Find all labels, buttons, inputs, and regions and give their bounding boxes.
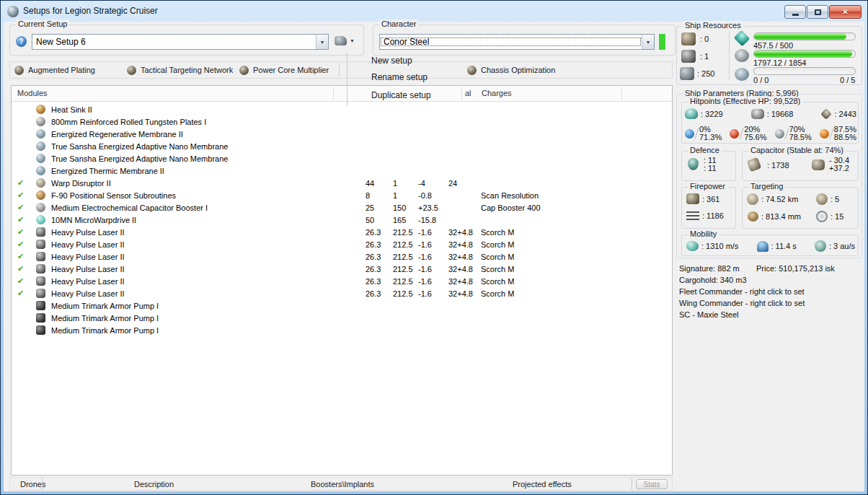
module-name: Heavy Pulse Laser II bbox=[48, 277, 366, 286]
module-name: Medium Electrochemical Capacitor Booster… bbox=[48, 203, 366, 212]
membrane-icon bbox=[36, 154, 45, 163]
module-row[interactable]: Energized Regenerative Membrane II bbox=[12, 128, 672, 140]
capacitor-group: Capacitor (Stable at: 74%) : 1738 - 30.4… bbox=[742, 151, 859, 181]
max-targets-value: : 5 bbox=[831, 195, 839, 203]
character-combobox[interactable]: Conor Steel ▼ bbox=[379, 34, 655, 50]
menu-item-new-setup[interactable]: New setup bbox=[371, 56, 412, 66]
module-row[interactable]: ✔Heavy Pulse Laser II26.3212.5-1.632+4.8… bbox=[12, 250, 672, 263]
module-name: F-90 Positional Sensor Subroutines bbox=[48, 191, 366, 200]
module-name: Heavy Pulse Laser II bbox=[48, 265, 366, 273]
module-active-check-icon: ✔ bbox=[17, 215, 36, 224]
module-row[interactable]: 800mm Reinforced Rolled Tungsten Plates … bbox=[12, 115, 672, 128]
setup-tools-button[interactable]: ▼ bbox=[335, 36, 355, 45]
subsystem-toolbar: Augmented Plating Tactical Targeting Net… bbox=[9, 61, 673, 79]
module-row[interactable]: Medium Trimark Armor Pump I bbox=[12, 299, 672, 312]
module-row[interactable]: ✔10MN MicroWarpdrive II50165-15.8 bbox=[12, 214, 672, 226]
sensor-strength-value: : 15 bbox=[831, 212, 843, 221]
stats-button[interactable]: Stats bbox=[636, 479, 668, 489]
module-name: Heavy Pulse Laser II bbox=[48, 228, 366, 237]
hitpoints-title: Hitpoints (Effective HP: 99,528) bbox=[688, 97, 802, 105]
subsystem-label: Power Core Multiplier bbox=[253, 66, 329, 74]
module-row[interactable]: ✔Heavy Pulse Laser II26.3212.5-1.632+4.8… bbox=[12, 287, 672, 299]
price-text: Price: 510,175,213 isk bbox=[756, 264, 835, 273]
subsystem-item-electronics[interactable]: Tactical Targeting Network bbox=[127, 62, 233, 78]
help-icon[interactable]: ? bbox=[16, 36, 27, 47]
module-row[interactable]: Heat Sink II bbox=[12, 103, 672, 115]
module-row[interactable]: ✔Heavy Pulse Laser II26.3212.5-1.632+4.8… bbox=[12, 275, 672, 287]
subsystem-item-offensive[interactable]: Chassis Optimization bbox=[467, 62, 555, 78]
menu-item-duplicate-setup[interactable]: Duplicate setup bbox=[371, 90, 431, 100]
wing-commander-text[interactable]: Wing Commander - right click to set bbox=[679, 299, 805, 307]
calibration-icon bbox=[680, 67, 694, 80]
shield-hp-value: : 3229 bbox=[701, 110, 723, 118]
shield-hp-icon bbox=[685, 108, 698, 119]
volley-icon bbox=[686, 211, 699, 221]
align-time-value: : 11.4 s bbox=[771, 242, 797, 250]
pulse-laser-icon bbox=[36, 227, 45, 237]
module-charge: Scorch M bbox=[481, 277, 672, 286]
module-row[interactable]: Medium Trimark Armor Pump I bbox=[12, 312, 672, 324]
module-row[interactable]: Medium Trimark Armor Pump I bbox=[12, 324, 672, 336]
warp-speed-value: : 3 au/s bbox=[829, 242, 855, 250]
module-pg-value: 212.5 bbox=[393, 253, 418, 261]
minimize-button[interactable] bbox=[784, 5, 806, 19]
powergrid-value: 1797.12 / 1854 bbox=[753, 58, 806, 67]
drone-bandwidth-value: 0 / 5 bbox=[840, 76, 855, 84]
module-cap-value: -1.6 bbox=[418, 240, 448, 249]
resist-divider bbox=[740, 128, 744, 139]
module-row[interactable]: ✔Warp Disruptor II441-424 bbox=[12, 177, 672, 189]
chevron-down-icon[interactable]: ▼ bbox=[316, 35, 328, 49]
module-row[interactable]: True Sansha Energized Adaptive Nano Memb… bbox=[12, 140, 672, 152]
tab-projected-effects[interactable]: Projected effects bbox=[513, 480, 572, 489]
charges-column-header: Charges bbox=[482, 89, 512, 97]
close-icon: ✕ bbox=[842, 8, 848, 16]
subsystem-item-defensive[interactable]: Augmented Plating bbox=[14, 62, 95, 78]
module-range-value: 32+4.8 bbox=[448, 228, 481, 237]
structure-hp-value: : 2443 bbox=[834, 110, 856, 118]
pulse-laser-icon bbox=[36, 289, 45, 298]
titlebar[interactable]: Setups for Legion Strategic Cruiser ✕ bbox=[1, 1, 867, 22]
dronebay-value: 0 / 0 bbox=[753, 76, 769, 84]
membrane-icon bbox=[36, 166, 45, 175]
mobility-group: Mobility : 1310 m/s : 11.4 s : 3 au/s bbox=[681, 235, 859, 256]
current-setup-combobox[interactable]: New Setup 6 ▼ bbox=[32, 34, 329, 50]
module-row[interactable]: ✔Heavy Pulse Laser II26.3212.5-1.632+4.8… bbox=[12, 238, 672, 250]
squad-commander-text[interactable]: SC - Maxie Steel bbox=[679, 310, 739, 319]
module-name: Heavy Pulse Laser II bbox=[48, 289, 366, 298]
membrane-icon bbox=[36, 141, 45, 151]
module-row[interactable]: Energized Thermic Membrane II bbox=[12, 165, 672, 177]
sensor-strength-icon bbox=[816, 211, 828, 222]
module-cap-value: -0.8 bbox=[418, 191, 448, 200]
subsystem-item-engineering[interactable]: Power Core Multiplier bbox=[239, 62, 329, 78]
module-row[interactable]: ✔Medium Electrochemical Capacitor Booste… bbox=[12, 201, 672, 214]
mobility-title: Mobility bbox=[688, 229, 719, 238]
tab-description[interactable]: Description bbox=[134, 480, 174, 489]
module-row[interactable]: True Sansha Energized Adaptive Nano Memb… bbox=[12, 152, 672, 165]
module-row[interactable]: ✔Heavy Pulse Laser II26.3212.5-1.632+4.8… bbox=[12, 226, 672, 238]
close-button[interactable]: ✕ bbox=[829, 5, 862, 19]
character-label: Character bbox=[379, 19, 418, 28]
module-name: Energized Thermic Membrane II bbox=[48, 167, 366, 175]
capacitor-icon bbox=[747, 157, 762, 172]
maximize-button[interactable] bbox=[807, 5, 828, 19]
menu-item-rename-setup[interactable]: Rename setup bbox=[371, 72, 428, 82]
cap-booster-icon bbox=[36, 203, 45, 212]
maximize-icon bbox=[815, 9, 821, 15]
launcher-hardpoints-value: : 1 bbox=[700, 52, 709, 61]
chevron-down-icon[interactable]: ▼ bbox=[642, 35, 654, 49]
structure-hp-icon bbox=[820, 108, 832, 120]
subsystem-offensive-icon bbox=[467, 66, 477, 75]
minimize-icon bbox=[792, 14, 799, 16]
tab-boosters-implants[interactable]: Boosters\Implants bbox=[311, 480, 374, 489]
app-icon bbox=[7, 6, 19, 17]
em-resist-icon bbox=[685, 129, 694, 139]
subsystem-defensive-icon bbox=[14, 66, 24, 75]
resist-divider bbox=[784, 128, 789, 139]
module-row[interactable]: ✔F-90 Positional Sensor Subroutines81-0.… bbox=[12, 189, 672, 201]
toolbar-separator bbox=[339, 63, 340, 76]
module-active-check-icon: ✔ bbox=[17, 289, 36, 298]
module-row[interactable]: ✔Heavy Pulse Laser II26.3212.5-1.632+4.8… bbox=[12, 263, 672, 275]
turret-hardpoints-value: : 0 bbox=[700, 35, 709, 43]
fleet-commander-text[interactable]: Fleet Commander - right click to set bbox=[679, 287, 805, 296]
module-active-check-icon: ✔ bbox=[17, 252, 36, 261]
